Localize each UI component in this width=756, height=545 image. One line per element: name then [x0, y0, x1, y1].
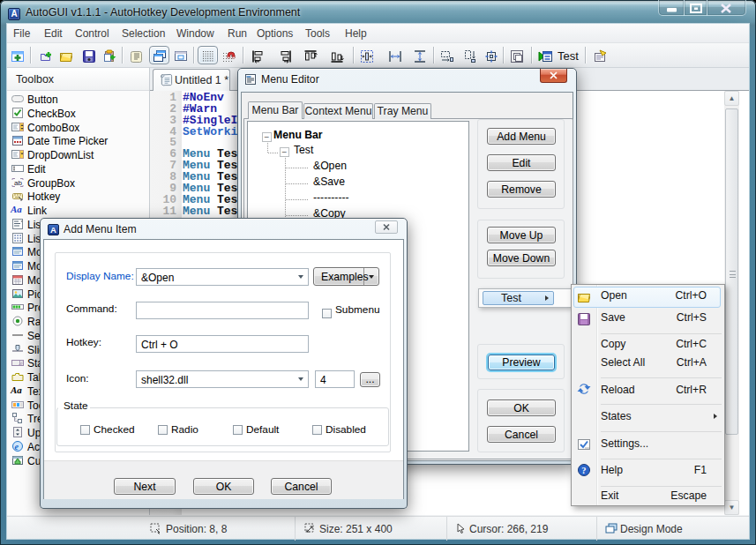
svg-text:?: ? [581, 466, 586, 475]
svg-text:ab: ab [14, 179, 22, 187]
svg-text:e: e [15, 441, 19, 451]
